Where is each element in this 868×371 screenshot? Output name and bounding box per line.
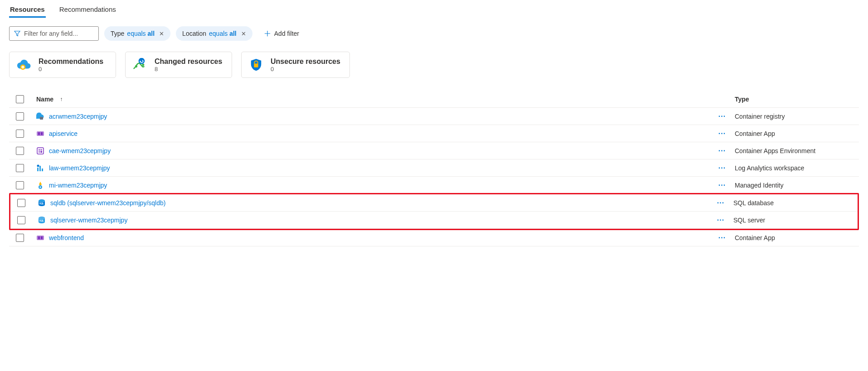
filter-bar: Type equals all ✕ Location equals all ✕ … xyxy=(9,26,859,41)
row-checkbox[interactable] xyxy=(17,216,25,224)
unsecure-icon xyxy=(248,57,264,73)
add-filter-label: Add filter xyxy=(274,30,299,37)
resource-link[interactable]: cae-wmem23cepmjpy xyxy=(49,147,111,154)
row-checkbox[interactable] xyxy=(16,112,24,120)
table-header: Name↑ Type xyxy=(9,91,859,108)
svg-rect-5 xyxy=(254,63,258,67)
svg-point-4 xyxy=(139,58,145,64)
pill-type-close-icon[interactable]: ✕ xyxy=(159,30,164,37)
resource-link[interactable]: sqlserver-wmem23cepmjpy xyxy=(50,217,127,224)
resource-type-label: Container App xyxy=(732,130,859,137)
row-checkbox[interactable] xyxy=(16,130,24,138)
plus-icon xyxy=(264,30,271,37)
card-changed[interactable]: Changed resources 8 xyxy=(125,52,232,78)
resource-type-label: Container registry xyxy=(732,113,859,120)
col-header-type[interactable]: Type xyxy=(732,96,859,103)
sort-asc-icon: ↑ xyxy=(60,96,63,102)
filter-icon xyxy=(14,30,20,37)
resource-link[interactable]: webfrontend xyxy=(49,234,84,241)
resource-type-icon xyxy=(36,112,44,120)
card-unsecure[interactable]: Unsecure resources 0 xyxy=(241,52,350,78)
row-checkbox[interactable] xyxy=(17,199,25,207)
row-checkbox[interactable] xyxy=(16,234,24,242)
card-recommendations[interactable]: Recommendations 0 xyxy=(9,52,116,78)
card-recommendations-title: Recommendations xyxy=(39,58,103,66)
resource-type-label: SQL server xyxy=(731,217,858,224)
recommendations-icon xyxy=(16,57,32,73)
svg-point-1 xyxy=(21,66,24,69)
changed-icon xyxy=(132,57,148,73)
card-unsecure-count: 0 xyxy=(271,66,340,72)
card-changed-count: 8 xyxy=(155,66,222,72)
filter-input-wrap[interactable] xyxy=(9,26,99,41)
resources-table: Name↑ Type acrwmem23cepmjpy···Container … xyxy=(9,91,859,246)
table-row: mi-wmem23cepmjpy···Managed Identity xyxy=(9,177,859,194)
pill-location-value: equals all xyxy=(209,30,237,37)
table-row: law-wmem23cepmjpy···Log Analytics worksp… xyxy=(9,159,859,177)
col-header-name[interactable]: Name↑ xyxy=(31,96,712,103)
row-more-button[interactable]: ··· xyxy=(711,216,731,224)
card-changed-title: Changed resources xyxy=(155,58,222,66)
row-more-button[interactable]: ··· xyxy=(711,199,731,207)
row-more-button[interactable]: ··· xyxy=(712,234,732,242)
table-row: cae-wmem23cepmjpy···Container Apps Envir… xyxy=(9,142,859,159)
row-more-button[interactable]: ··· xyxy=(712,130,732,138)
resource-link[interactable]: sqldb (sqlserver-wmem23cepmjpy/sqldb) xyxy=(50,199,165,207)
pill-type-label: Type xyxy=(111,30,124,37)
pill-location-close-icon[interactable]: ✕ xyxy=(241,30,246,37)
resource-type-icon xyxy=(36,147,44,155)
summary-cards: Recommendations 0 Changed resources 8 xyxy=(9,52,859,78)
table-row: apiservice···Container App xyxy=(9,125,859,142)
resource-type-icon xyxy=(36,234,44,242)
row-more-button[interactable]: ··· xyxy=(712,164,732,172)
resource-link[interactable]: apiservice xyxy=(49,130,78,137)
select-all-checkbox[interactable] xyxy=(16,95,24,103)
tabs-bar: Resources Recommendations xyxy=(9,2,859,18)
highlight-annotation: sqldb (sqlserver-wmem23cepmjpy/sqldb)···… xyxy=(9,193,859,230)
filter-pill-type[interactable]: Type equals all ✕ xyxy=(104,26,170,41)
pill-location-label: Location xyxy=(182,30,206,37)
row-more-button[interactable]: ··· xyxy=(712,112,732,120)
row-checkbox[interactable] xyxy=(16,164,24,172)
card-unsecure-title: Unsecure resources xyxy=(271,58,340,66)
resource-type-label: SQL database xyxy=(731,199,858,207)
resource-type-icon xyxy=(38,216,46,224)
resource-type-label: Container App xyxy=(732,234,859,241)
table-row: sqldb (sqlserver-wmem23cepmjpy/sqldb)···… xyxy=(10,194,858,212)
svg-point-3 xyxy=(142,63,144,66)
svg-point-2 xyxy=(135,65,137,67)
row-more-button[interactable]: ··· xyxy=(712,147,732,155)
filter-pill-location[interactable]: Location equals all ✕ xyxy=(176,26,252,41)
table-row: acrwmem23cepmjpy···Container registry xyxy=(9,108,859,125)
resource-link[interactable]: law-wmem23cepmjpy xyxy=(49,164,110,172)
tab-resources[interactable]: Resources xyxy=(9,2,46,18)
add-filter-button[interactable]: Add filter xyxy=(258,26,305,41)
row-checkbox[interactable] xyxy=(16,147,24,155)
resource-link[interactable]: acrwmem23cepmjpy xyxy=(49,113,107,120)
table-row: webfrontend···Container App xyxy=(9,229,859,246)
resource-type-icon xyxy=(36,164,44,172)
row-more-button[interactable]: ··· xyxy=(712,181,732,189)
table-row: sqlserver-wmem23cepmjpy···SQL server xyxy=(10,212,858,229)
resource-type-icon xyxy=(36,181,44,189)
resource-type-label: Managed Identity xyxy=(732,182,859,189)
resource-link[interactable]: mi-wmem23cepmjpy xyxy=(49,182,107,189)
pill-type-value: equals all xyxy=(127,30,155,37)
row-checkbox[interactable] xyxy=(16,181,24,189)
card-recommendations-count: 0 xyxy=(39,66,103,72)
resource-type-icon xyxy=(38,199,46,207)
tab-recommendations[interactable]: Recommendations xyxy=(58,2,117,18)
resource-type-label: Log Analytics workspace xyxy=(732,164,859,172)
filter-input[interactable] xyxy=(24,30,94,37)
resource-type-label: Container Apps Environment xyxy=(732,147,859,154)
resource-type-icon xyxy=(36,130,44,138)
